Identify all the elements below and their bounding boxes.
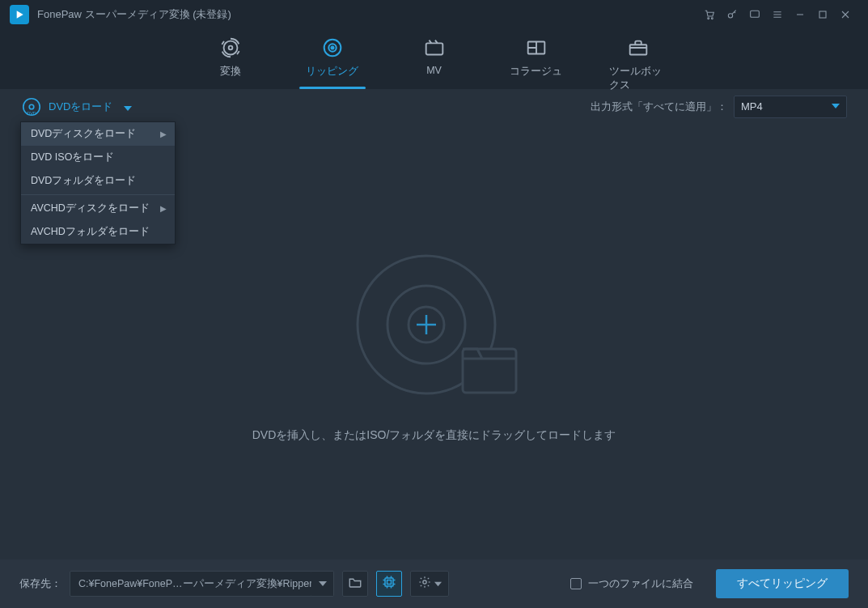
dvd-icon: DVD — [21, 96, 42, 117]
maximize-icon[interactable] — [811, 3, 834, 26]
action-bar: DVD DVDをロード 出力形式「すべてに適用」： MP4 — [0, 89, 868, 125]
gpu-accel-button[interactable] — [376, 571, 402, 597]
svg-rect-27 — [387, 580, 392, 585]
cart-icon[interactable] — [698, 3, 721, 26]
chevron-right-icon: ▶ — [160, 204, 167, 213]
svg-rect-11 — [426, 43, 442, 54]
tab-label: リッピング — [306, 65, 358, 79]
menu-item-label: DVD ISOをロード — [31, 151, 114, 164]
folder-icon — [348, 575, 362, 593]
output-format-value: MP4 — [741, 100, 763, 113]
chevron-down-icon — [832, 100, 840, 113]
nav-tabs: 変換 リッピング MV コラージュ ツールボックス — [0, 29, 868, 89]
save-path-value: C:¥FonePaw¥FoneP…ーパーメディア変換¥Ripper — [78, 577, 312, 591]
tab-ripping[interactable]: リッピング — [303, 32, 362, 83]
svg-rect-26 — [385, 578, 393, 586]
load-dvd-menu: DVDディスクをロード ▶ DVD ISOをロード DVDフォルダをロード AV… — [20, 121, 176, 244]
svg-rect-24 — [463, 349, 516, 393]
svg-marker-17 — [124, 106, 132, 111]
tab-label: ツールボックス — [609, 65, 667, 92]
titlebar: FonePaw スーパーメディア変換 (未登録) — [0, 0, 868, 29]
chevron-right-icon: ▶ — [160, 130, 167, 138]
tab-label: MV — [426, 65, 442, 76]
output-format-label: 出力形式「すべてに適用」： — [591, 100, 727, 114]
settings-button[interactable] — [410, 571, 449, 597]
chevron-down-icon — [124, 103, 132, 111]
chip-icon — [381, 574, 397, 593]
menu-item-dvd-disc[interactable]: DVDディスクをロード ▶ — [21, 122, 175, 146]
menu-icon[interactable] — [766, 3, 789, 26]
key-icon[interactable] — [721, 3, 743, 26]
menu-item-dvd-folder[interactable]: DVDフォルダをロード — [21, 169, 175, 193]
chevron-down-icon — [434, 576, 442, 591]
collage-icon — [524, 36, 548, 60]
menu-item-label: AVCHDフォルダをロード — [31, 225, 150, 239]
save-path-field[interactable]: C:¥FonePaw¥FoneP…ーパーメディア変換¥Ripper — [70, 571, 312, 597]
svg-point-10 — [331, 47, 333, 49]
save-to-label: 保存先： — [19, 576, 61, 591]
rip-all-label: すべてリッピング — [737, 576, 828, 591]
ripping-icon — [320, 36, 345, 60]
tab-toolbox[interactable]: ツールボックス — [609, 32, 667, 83]
tab-convert[interactable]: 変換 — [201, 32, 260, 83]
rip-all-button[interactable]: すべてリッピング — [716, 569, 849, 598]
output-format-select[interactable]: MP4 — [734, 96, 847, 118]
menu-item-label: DVDフォルダをロード — [31, 174, 136, 188]
tab-mv[interactable]: MV — [405, 32, 464, 83]
load-dvd-button[interactable]: DVD DVDをロード — [21, 96, 132, 117]
svg-point-28 — [422, 580, 426, 584]
menu-separator — [21, 194, 175, 195]
merge-label: 一つのファイルに結合 — [588, 576, 693, 591]
close-icon[interactable] — [834, 3, 857, 26]
convert-icon — [218, 36, 243, 60]
gear-icon — [418, 576, 431, 592]
tab-label: コラージュ — [510, 65, 562, 79]
svg-rect-5 — [819, 11, 826, 18]
merge-checkbox[interactable]: 一つのファイルに結合 — [570, 576, 693, 591]
svg-point-3 — [728, 14, 732, 18]
svg-marker-25 — [319, 581, 327, 586]
svg-point-1 — [708, 18, 709, 19]
menu-item-label: DVDディスクをロード — [31, 127, 136, 141]
svg-marker-0 — [17, 11, 23, 18]
svg-point-6 — [223, 41, 237, 55]
svg-text:DVD: DVD — [27, 111, 36, 116]
app-title: FonePaw スーパーメディア変換 (未登録) — [37, 7, 231, 22]
svg-point-15 — [29, 104, 34, 109]
save-path-dropdown[interactable] — [311, 571, 334, 597]
svg-marker-18 — [832, 104, 840, 108]
checkbox-icon — [570, 578, 582, 589]
svg-rect-13 — [629, 45, 646, 54]
load-dvd-label: DVDをロード — [49, 100, 112, 114]
bottom-bar: 保存先： C:¥FonePaw¥FoneP…ーパーメディア変換¥Ripper 一… — [0, 559, 868, 608]
app-logo-icon — [10, 5, 29, 24]
main-hint-text: DVDを挿入し、またはISO/フォルダを直接にドラッグしてロードします — [252, 428, 616, 443]
tab-collage[interactable]: コラージュ — [507, 32, 565, 83]
svg-marker-29 — [434, 582, 442, 586]
mv-icon — [422, 36, 447, 60]
toolbox-icon — [626, 36, 650, 60]
menu-item-label: AVCHDディスクをロード — [31, 202, 150, 215]
tab-label: 変換 — [220, 65, 241, 79]
menu-item-avchd-disc[interactable]: AVCHDディスクをロード ▶ — [21, 197, 175, 220]
minimize-icon[interactable] — [789, 3, 811, 26]
drop-illustration-icon — [349, 244, 519, 406]
svg-point-7 — [228, 46, 232, 50]
menu-item-avchd-folder[interactable]: AVCHDフォルダをロード — [21, 220, 175, 244]
open-folder-button[interactable] — [342, 571, 368, 597]
menu-item-dvd-iso[interactable]: DVD ISOをロード — [21, 146, 175, 169]
svg-point-2 — [711, 18, 713, 19]
feedback-icon[interactable] — [743, 3, 766, 26]
